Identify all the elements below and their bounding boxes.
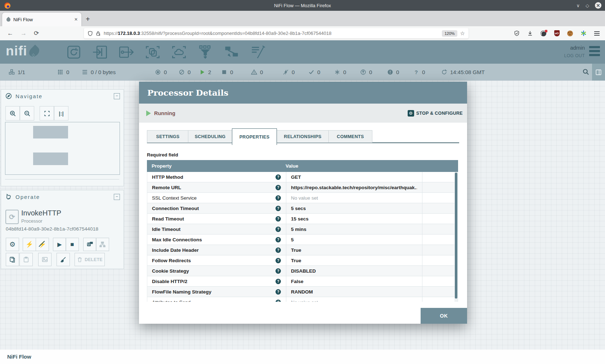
breadcrumb[interactable]: NiFi Flow [7,354,31,360]
property-help-icon[interactable]: ? [275,289,281,295]
start-button[interactable]: ▶ [53,238,66,251]
property-help-icon[interactable]: ? [275,227,281,232]
pinwheel-extension-icon[interactable] [580,30,587,37]
tab-comments[interactable]: COMMENTS [328,130,372,143]
property-value[interactable]: True [291,258,301,263]
bookmark-star-icon[interactable]: ☆ [460,30,465,37]
stop-button[interactable]: ■ [66,238,79,251]
ok-button[interactable]: OK [421,308,467,324]
table-scrollbar[interactable] [454,172,458,302]
back-button[interactable]: ← [7,30,13,37]
property-help-icon[interactable]: ? [275,174,281,180]
url-bar[interactable]: https://172.18.0.3:32558/nifi/?processGr… [84,28,469,38]
property-value[interactable]: RANDOM [291,289,313,295]
enable-button[interactable]: ⚡ [23,238,36,251]
property-row[interactable]: Follow Redirects?True [147,255,458,266]
property-help-icon[interactable]: ? [275,247,281,253]
operate-collapse-button[interactable]: − [114,194,120,200]
property-row[interactable]: Disable HTTP/2?False [147,276,458,287]
property-row[interactable]: SSL Context Service?No value set [147,193,458,203]
window-minimize-button[interactable]: ∨ [576,3,580,8]
stop-and-configure-button[interactable]: ⚙ STOP & CONFIGURE [408,110,463,117]
property-help-icon[interactable]: ? [275,195,281,201]
property-help-icon[interactable]: ? [275,258,281,263]
tab-close-icon[interactable]: ✕ [74,17,78,22]
create-template-button[interactable] [83,238,97,251]
property-help-icon[interactable]: ? [275,216,281,222]
zoom-out-button[interactable] [20,106,34,120]
logout-button[interactable]: LOG OUT [564,53,585,58]
zoom-level-badge[interactable]: 120% [442,30,457,37]
birdseye-map[interactable] [5,122,120,175]
new-tab-button[interactable]: + [86,14,90,24]
remote-process-group-icon[interactable] [170,44,188,60]
property-value[interactable]: 15 secs [291,216,309,222]
property-value[interactable]: True [291,247,301,253]
property-row[interactable]: Read Timeout?15 secs [147,214,458,224]
pocket-shield-icon[interactable] [514,30,520,37]
tab-relationships[interactable]: RELATIONSHIPS [277,130,329,143]
process-group-icon[interactable] [144,44,161,60]
property-row[interactable]: Max Idle Connections?5 [147,235,458,245]
tab-settings[interactable]: SETTINGS [147,130,189,143]
property-help-icon[interactable]: ? [275,185,281,190]
property-value[interactable]: False [291,279,304,284]
selected-component-id[interactable]: 04b8fd14-80a9-30e2-8b1a-7cf067544018 [6,226,98,232]
property-value[interactable]: 5 mins [291,227,306,232]
property-row[interactable]: Connection Timeout?5 secs [147,203,458,214]
zoom-fit-button[interactable] [40,106,54,120]
navigate-collapse-button[interactable]: − [114,93,120,99]
lock-warning-icon[interactable] [95,31,101,36]
property-row[interactable]: HTTP Method?GET [147,172,458,182]
property-row[interactable]: Attributes to Send?No value set [147,297,458,302]
configure-button[interactable]: ⚙ [6,238,19,251]
zoom-actual-button[interactable]: |:| [54,106,68,120]
cookie-extension-icon[interactable] [567,30,573,37]
processor-icon[interactable] [66,44,83,60]
property-help-icon[interactable]: ? [275,237,281,242]
tab-properties[interactable]: PROPERTIES [232,128,277,145]
property-help-icon[interactable]: ? [275,268,281,274]
input-port-icon[interactable] [91,44,109,60]
property-value[interactable]: No value set [291,195,318,201]
status-invalid: 0 [251,64,263,81]
output-port-icon[interactable] [118,44,135,60]
global-menu-icon[interactable] [589,46,600,56]
scrollbar-thumb[interactable] [455,173,457,299]
menu-hamburger-icon[interactable] [593,30,600,37]
search-icon[interactable] [582,68,589,75]
extension-privacy-icon[interactable] [540,30,547,37]
property-row[interactable]: Include Date Header?True [147,245,458,255]
birdseye-toggle-icon[interactable] [592,64,605,81]
tab-scheduling[interactable]: SCHEDULING [188,130,232,143]
property-row[interactable]: FlowFile Naming Strategy?RANDOM [147,287,458,297]
window-maximize-button[interactable]: ◇ [586,3,589,8]
label-icon[interactable] [250,44,267,60]
property-row[interactable]: Cookie Strategy?DISABLED [147,266,458,276]
downloads-icon[interactable] [527,30,533,37]
property-help-icon[interactable]: ? [275,206,281,211]
property-value[interactable]: GET [291,174,301,180]
browser-tab[interactable]: NiFi Flow ✕ [2,13,81,26]
brush-button[interactable] [57,253,70,266]
ublock-icon[interactable]: uO [554,30,560,37]
tracking-shield-icon[interactable] [88,31,93,36]
template-icon[interactable] [223,44,240,60]
property-row[interactable]: Remote URL?https://repo.stackable.tech/r… [147,182,458,193]
funnel-icon[interactable] [197,44,214,60]
reload-button[interactable]: ⟳ [34,29,39,37]
property-value[interactable]: DISABLED [291,268,316,274]
property-help-icon[interactable]: ? [275,300,281,302]
zoom-in-button[interactable] [5,106,20,120]
forward-button[interactable]: → [21,30,27,37]
property-name: FlowFile Naming Strategy [152,289,275,295]
property-value[interactable]: 5 [291,237,294,242]
property-value[interactable]: 5 secs [291,206,306,211]
property-value[interactable]: https://repo.stackable.tech/repository/m… [291,185,417,190]
copy-button[interactable] [6,253,19,266]
property-row[interactable]: Idle Timeout?5 mins [147,224,458,235]
disable-button[interactable]: ⚡ [36,238,49,251]
property-value[interactable]: No value set [291,300,318,302]
window-close-button[interactable]: ✕ [595,2,601,9]
property-help-icon[interactable]: ? [275,279,281,284]
